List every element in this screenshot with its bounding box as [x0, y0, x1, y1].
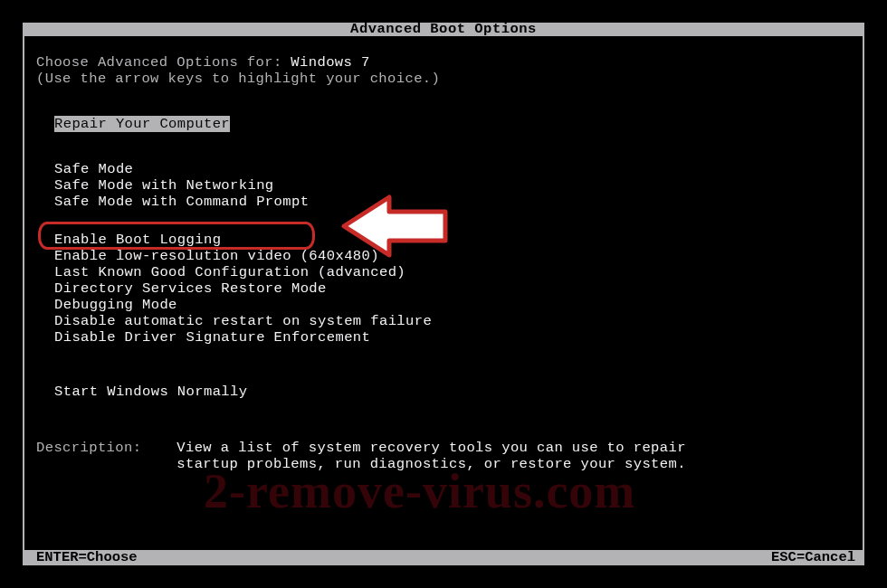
description-text-1: View a list of system recovery tools you…: [176, 440, 686, 456]
option-start-normally[interactable]: Start Windows Normally: [36, 384, 851, 400]
description-text-2: startup problems, run diagnostics, or re…: [176, 456, 686, 472]
option-safe-mode[interactable]: Safe Mode: [36, 161, 851, 177]
boot-screen: Advanced Boot Options Choose Advanced Op…: [0, 0, 887, 588]
footer-esc: ESC=Cancel: [771, 550, 855, 565]
option-lkgc[interactable]: Last Known Good Configuration (advanced): [36, 264, 851, 280]
option-repair-label: Repair Your Computer: [54, 116, 230, 132]
page-title: Advanced Boot Options: [23, 23, 864, 36]
description-row: Description: View a list of system recov…: [36, 440, 851, 456]
description-row-2: startup problems, run diagnostics, or re…: [36, 456, 851, 472]
option-debug[interactable]: Debugging Mode: [36, 297, 851, 313]
option-disable-sig[interactable]: Disable Driver Signature Enforcement: [36, 329, 851, 346]
frame-right: [863, 23, 864, 565]
description-label: Description:: [36, 440, 141, 456]
option-low-res[interactable]: Enable low-resolution video (640x480): [36, 248, 851, 264]
option-disable-restart[interactable]: Disable automatic restart on system fail…: [36, 313, 851, 329]
footer-enter: ENTER=Choose: [36, 549, 138, 565]
choose-line: Choose Advanced Options for: Windows 7: [36, 54, 851, 71]
os-name: Windows 7: [291, 54, 369, 71]
option-safe-mode-networking[interactable]: Safe Mode with Networking: [36, 177, 851, 194]
choose-prefix: Choose Advanced Options for:: [36, 54, 291, 71]
footer-text: ENTER=Choose ESC=Cancel: [36, 550, 855, 565]
option-boot-logging[interactable]: Enable Boot Logging: [36, 232, 851, 248]
option-repair[interactable]: Repair Your Computer: [36, 116, 851, 132]
option-dsrm[interactable]: Directory Services Restore Mode: [36, 280, 851, 297]
frame-left: [23, 23, 24, 565]
hint-line: (Use the arrow keys to highlight your ch…: [36, 71, 851, 87]
option-safe-mode-cmd[interactable]: Safe Mode with Command Prompt: [36, 194, 851, 210]
content-area: Choose Advanced Options for: Windows 7 (…: [36, 54, 851, 550]
